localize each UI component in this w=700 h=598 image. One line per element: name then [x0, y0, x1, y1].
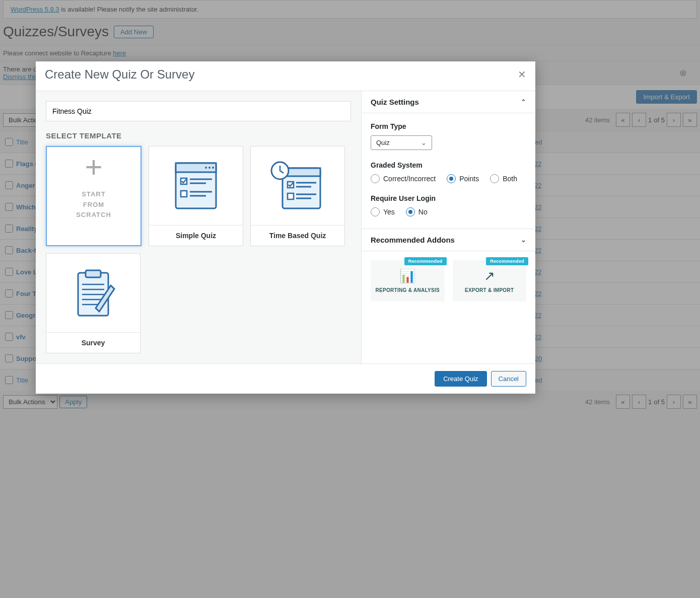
simple-quiz-icon: [149, 146, 243, 226]
svg-point-4: [212, 167, 214, 169]
create-quiz-button[interactable]: Create Quiz: [435, 371, 486, 387]
recommended-tag: Recommended: [404, 257, 447, 265]
recommended-tag: Recommended: [486, 257, 528, 265]
template-simple-quiz[interactable]: Simple Quiz: [149, 146, 243, 246]
modal-title: Create New Quiz Or Survey: [45, 67, 194, 82]
quiz-settings-title: Quiz Settings: [371, 98, 419, 106]
form-type-select[interactable]: Quiz ⌄: [371, 135, 432, 150]
export-icon: ↗: [484, 268, 495, 284]
radio-icon: [447, 174, 456, 183]
radio-icon: [371, 174, 380, 183]
graded-correct-option[interactable]: Correct/Incorrect: [371, 174, 436, 183]
chevron-up-icon: ⌃: [521, 98, 526, 106]
time-quiz-icon: [251, 146, 344, 226]
template-label: Time Based Quiz: [263, 226, 332, 246]
login-yes-option[interactable]: Yes: [371, 207, 395, 216]
login-no-option[interactable]: No: [406, 207, 428, 216]
form-type-value: Quiz: [376, 139, 390, 146]
quiz-settings-header[interactable]: Quiz Settings ⌃: [362, 91, 535, 113]
template-scratch[interactable]: + START FROM SCRATCH: [46, 146, 142, 246]
addon-title: EXPORT & IMPORT: [465, 287, 514, 293]
template-label: Simple Quiz: [170, 226, 222, 246]
report-icon: 📊: [399, 268, 415, 284]
addon-title: REPORTING & ANALYSIS: [376, 287, 440, 293]
addon-reporting[interactable]: Recommended 📊 REPORTING & ANALYSIS: [371, 260, 445, 302]
addon-export-import[interactable]: Recommended ↗ EXPORT & IMPORT: [453, 260, 527, 302]
recommended-addons-header[interactable]: Recommended Addons ⌄: [362, 229, 535, 251]
close-icon[interactable]: ✕: [518, 68, 526, 81]
svg-rect-21: [86, 270, 101, 277]
select-template-label: SELECT TEMPLATE: [46, 131, 351, 140]
template-time-quiz[interactable]: Time Based Quiz: [250, 146, 345, 246]
graded-points-option[interactable]: Points: [447, 174, 479, 183]
graded-system-label: Graded System: [371, 161, 526, 169]
chevron-down-icon: ⌄: [521, 236, 526, 244]
svg-point-3: [208, 167, 211, 169]
template-label: Survey: [76, 333, 111, 353]
plus-icon: +: [85, 152, 102, 182]
cancel-button[interactable]: Cancel: [491, 371, 526, 387]
recommended-addons-title: Recommended Addons: [371, 236, 455, 244]
create-quiz-modal: Create New Quiz Or Survey ✕ SELECT TEMPL…: [36, 61, 535, 394]
scratch-text: START FROM SCRATCH: [76, 189, 111, 220]
radio-icon: [490, 174, 499, 183]
graded-both-option[interactable]: Both: [490, 174, 517, 183]
template-survey[interactable]: Survey: [46, 253, 141, 353]
radio-icon: [406, 207, 415, 216]
svg-point-2: [205, 167, 207, 169]
form-type-label: Form Type: [371, 122, 526, 130]
survey-icon: [46, 254, 140, 333]
quiz-name-input[interactable]: [46, 101, 351, 121]
radio-icon: [371, 207, 380, 216]
svg-rect-17: [288, 193, 294, 199]
chevron-down-icon: ⌄: [421, 139, 427, 146]
require-login-label: Require User Login: [371, 194, 526, 202]
svg-rect-8: [181, 191, 187, 197]
